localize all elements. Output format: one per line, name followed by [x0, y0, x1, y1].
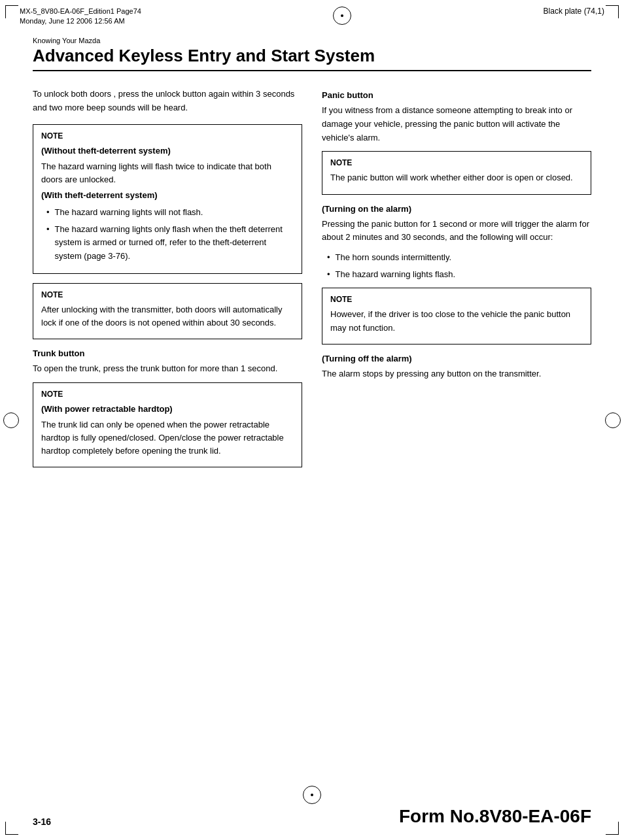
turning-on-bullet-1: The horn sounds intermittently.: [322, 251, 591, 264]
note-box-1: NOTE (Without theft-deterrent system) Th…: [33, 124, 302, 274]
panic-heading: Panic button: [322, 90, 591, 100]
trunk-text: To open the trunk, press the trunk butto…: [33, 362, 302, 376]
file-info-line2: Monday, June 12 2006 12:56 AM: [20, 16, 141, 26]
without-heading: (Without theft-deterrent system): [41, 146, 171, 156]
page-title: Advanced Keyless Entry and Start System: [33, 46, 591, 66]
header-center: [333, 7, 351, 25]
right-column: Panic button If you witness from a dista…: [322, 88, 591, 477]
page-wrapper: MX-5_8V80-EA-06F_Edition1 Page74 Monday,…: [0, 0, 624, 840]
header-plate-info: Black plate (74,1): [544, 7, 604, 16]
section-label: Knowing Your Mazda: [33, 37, 591, 44]
title-rule: [33, 70, 591, 71]
note-box-5-title: NOTE: [330, 295, 583, 304]
note-box-3-title: NOTE: [41, 390, 294, 399]
title-section: Knowing Your Mazda Advanced Keyless Entr…: [0, 30, 624, 75]
note-box-1-content: (Without theft-deterrent system) The haz…: [41, 144, 294, 263]
with-heading: (With theft-deterrent system): [41, 190, 158, 200]
turning-on-bullet-2: The hazard warning lights flash.: [322, 268, 591, 281]
turning-on-heading: (Turning on the alarm): [322, 204, 591, 214]
note-box-3: NOTE (With power retractable hardtop) Th…: [33, 382, 302, 468]
note1-bullet-1: The hazard warning lights will not flash…: [41, 206, 294, 219]
note1-bullet-list: The hazard warning lights will not flash…: [41, 206, 294, 263]
note4-text: The panic button will work whether eithe…: [330, 171, 583, 184]
note-box-4-title: NOTE: [330, 158, 583, 167]
corner-mark-tr: [606, 5, 619, 18]
page-header: MX-5_8V80-EA-06F_Edition1 Page74 Monday,…: [0, 0, 624, 30]
note1-bullet-2: The hazard warning lights only flash whe…: [41, 223, 294, 262]
turning-off-text: The alarm stops by pressing any button o…: [322, 367, 591, 381]
turning-on-bullet-list: The horn sounds intermittently. The haza…: [322, 251, 591, 281]
turning-off-heading: (Turning off the alarm): [322, 354, 591, 363]
hardtop-text: The trunk lid can only be opened when th…: [41, 418, 294, 458]
note-box-2: NOTE After unlocking with the transmitte…: [33, 283, 302, 339]
side-circle-right: [605, 412, 621, 428]
page-number: 3-16: [33, 816, 51, 827]
header-circle: [333, 7, 351, 25]
without-text: The hazard warning lights will flash twi…: [41, 160, 294, 186]
side-circle-left: [3, 412, 19, 428]
form-number: Form No.8V80-EA-06F: [399, 806, 591, 827]
note5-text: However, if the driver is too close to t…: [330, 308, 583, 334]
note-box-5: NOTE However, if the driver is too close…: [322, 288, 591, 344]
note-box-5-content: However, if the driver is too close to t…: [330, 308, 583, 334]
panic-text: If you witness from a distance someone a…: [322, 104, 591, 144]
page-footer: 3-16 Form No.8V80-EA-06F: [0, 806, 624, 827]
corner-mark-tl: [5, 5, 18, 18]
bottom-circle: [303, 786, 321, 804]
note-box-3-content: (With power retractable hardtop) The tru…: [41, 403, 294, 458]
intro-text: To unlock both doors , press the unlock …: [33, 88, 302, 115]
note2-text: After unlocking with the transmitter, bo…: [41, 303, 294, 329]
note-box-1-title: NOTE: [41, 131, 294, 141]
note-box-4: NOTE The panic button will work whether …: [322, 151, 591, 194]
header-file-info: MX-5_8V80-EA-06F_Edition1 Page74 Monday,…: [20, 7, 141, 27]
left-column: To unlock both doors , press the unlock …: [33, 88, 302, 477]
hardtop-heading: (With power retractable hardtop): [41, 404, 173, 414]
note-box-4-content: The panic button will work whether eithe…: [330, 171, 583, 184]
main-content: To unlock both doors , press the unlock …: [0, 75, 624, 490]
trunk-heading: Trunk button: [33, 348, 302, 358]
note-box-2-content: After unlocking with the transmitter, bo…: [41, 303, 294, 329]
turning-on-text: Pressing the panic button for 1 second o…: [322, 218, 591, 245]
file-info-line1: MX-5_8V80-EA-06F_Edition1 Page74: [20, 7, 141, 16]
note-box-2-title: NOTE: [41, 290, 294, 299]
